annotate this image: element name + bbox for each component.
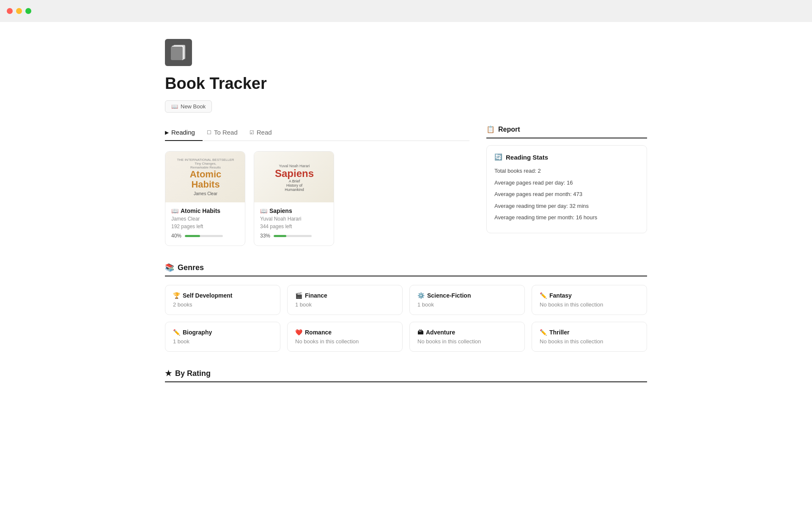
book-name-atomic-habits: 📖 Atomic Habits <box>171 207 239 214</box>
genre-card-sci-fi[interactable]: ⚙️ Science-Fiction 1 book <box>409 285 525 315</box>
titlebar <box>0 0 812 22</box>
fantasy-icon: ✏️ <box>540 292 547 299</box>
svg-rect-2 <box>171 47 183 60</box>
genre-name-fantasy: ✏️ Fantasy <box>540 292 639 299</box>
genre-name-finance: 🎬 Finance <box>295 292 395 299</box>
book-author-sapiens: Yuval Noah Harari <box>260 216 328 222</box>
progress-row-sapiens: 33% <box>260 233 328 239</box>
book-card-sapiens[interactable]: Yuval Noah Harari Sapiens A BriefHistory… <box>254 151 334 246</box>
maximize-button[interactable] <box>25 8 31 14</box>
genre-name-romance: ❤️ Romance <box>295 329 395 336</box>
report-icon: 📋 <box>486 125 495 133</box>
progress-bar-bg-atomic-habits <box>185 235 223 237</box>
rating-section: ★ By Rating <box>165 369 647 382</box>
stat-total-books: Total books read: 2 <box>494 167 639 175</box>
genre-count-sci-fi: 1 book <box>417 301 517 308</box>
book-info-atomic-habits: 📖 Atomic Habits James Clear 192 pages le… <box>165 207 245 239</box>
tab-reading-label: Reading <box>171 129 195 136</box>
book-pages-sapiens: 344 pages left <box>260 224 328 229</box>
stat-pages-per-month: Average pages read per month: 473 <box>494 190 639 199</box>
main-content: Book Tracker 📖 New Book ▶ Reading ☐ To R… <box>131 22 681 408</box>
book-cover-atomic-habits: THE INTERNATIONAL BESTSELLERTiny Changes… <box>165 152 245 202</box>
thriller-icon: ✏️ <box>540 329 547 336</box>
genre-card-romance[interactable]: ❤️ Romance No books in this collection <box>287 322 403 352</box>
genre-count-finance: 1 book <box>295 301 395 308</box>
rating-title: By Rating <box>175 369 211 378</box>
book-cards: THE INTERNATIONAL BESTSELLERTiny Changes… <box>165 151 469 246</box>
tab-read[interactable]: ☑ Read <box>250 125 280 141</box>
new-book-button[interactable]: 📖 New Book <box>165 100 212 113</box>
book-icon: 📖 <box>171 103 178 110</box>
genre-card-self-dev[interactable]: 🏆 Self Development 2 books <box>165 285 280 315</box>
genre-count-thriller: No books in this collection <box>540 338 639 345</box>
tab-to-read-label: To Read <box>214 129 238 136</box>
progress-pct-atomic-habits: 40% <box>171 233 181 239</box>
rating-header: ★ By Rating <box>165 369 647 382</box>
finance-icon: 🎬 <box>295 292 302 299</box>
genre-name-thriller: ✏️ Thriller <box>540 329 639 336</box>
reading-stats-card: 🔄 Reading Stats Total books read: 2 Aver… <box>486 145 647 233</box>
play-icon: ▶ <box>165 130 169 135</box>
top-section: ▶ Reading ☐ To Read ☑ Read <box>165 125 647 246</box>
close-button[interactable] <box>7 8 13 14</box>
tab-reading[interactable]: ▶ Reading <box>165 125 203 141</box>
genre-count-fantasy: No books in this collection <box>540 301 639 308</box>
genres-title: Genres <box>178 263 204 272</box>
genre-count-romance: No books in this collection <box>295 338 395 345</box>
genre-count-biography: 1 book <box>173 338 272 345</box>
book-icon-small-2: 📖 <box>260 207 267 214</box>
report-title: Report <box>498 126 520 133</box>
report-header: 📋 Report <box>486 125 647 138</box>
progress-bar-fill-sapiens <box>274 235 286 237</box>
genre-name-sci-fi: ⚙️ Science-Fiction <box>417 292 517 299</box>
progress-bar-bg-sapiens <box>274 235 312 237</box>
genres-icon: 📚 <box>165 263 174 272</box>
adventure-icon: 🏔 <box>417 329 423 336</box>
stat-time-per-month: Average reading time per month: 16 hours <box>494 213 639 222</box>
tab-to-read[interactable]: ☐ To Read <box>207 125 245 141</box>
book-name-sapiens: 📖 Sapiens <box>260 207 328 214</box>
book-info-sapiens: 📖 Sapiens Yuval Noah Harari 344 pages le… <box>254 207 334 239</box>
genre-name-adventure: 🏔 Adventure <box>417 329 517 336</box>
stats-title: 🔄 Reading Stats <box>494 153 639 161</box>
genre-name-self-dev: 🏆 Self Development <box>173 292 272 299</box>
checkbox-checked-icon: ☑ <box>250 130 254 135</box>
tabs: ▶ Reading ☐ To Read ☑ Read <box>165 125 469 141</box>
genre-card-biography[interactable]: ✏️ Biography 1 book <box>165 322 280 352</box>
book-author-atomic-habits: James Clear <box>171 216 239 222</box>
page-title: Book Tracker <box>165 75 647 93</box>
stat-time-per-day: Average reading time per day: 32 mins <box>494 202 639 210</box>
genre-count-self-dev: 2 books <box>173 301 272 308</box>
stats-icon: 🔄 <box>494 153 502 161</box>
genre-card-thriller[interactable]: ✏️ Thriller No books in this collection <box>532 322 647 352</box>
book-icon-small: 📖 <box>171 207 178 214</box>
romance-icon: ❤️ <box>295 329 302 336</box>
book-cover-sapiens: Yuval Noah Harari Sapiens A BriefHistory… <box>254 152 334 202</box>
book-card-atomic-habits[interactable]: THE INTERNATIONAL BESTSELLERTiny Changes… <box>165 151 245 246</box>
genre-count-adventure: No books in this collection <box>417 338 517 345</box>
star-icon: ★ <box>165 369 172 378</box>
tab-read-label: Read <box>257 129 272 136</box>
progress-bar-fill-atomic-habits <box>185 235 200 237</box>
genre-card-adventure[interactable]: 🏔 Adventure No books in this collection <box>409 322 525 352</box>
app-icon <box>165 39 192 66</box>
biography-icon: ✏️ <box>173 329 180 336</box>
reading-section: ▶ Reading ☐ To Read ☑ Read <box>165 125 469 246</box>
genre-card-fantasy[interactable]: ✏️ Fantasy No books in this collection <box>532 285 647 315</box>
stat-pages-per-day: Average pages read per day: 16 <box>494 179 639 187</box>
book-pages-atomic-habits: 192 pages left <box>171 224 239 229</box>
sci-fi-icon: ⚙️ <box>417 292 425 299</box>
report-panel: 📋 Report 🔄 Reading Stats Total books rea… <box>486 125 647 246</box>
progress-row-atomic-habits: 40% <box>171 233 239 239</box>
genre-name-biography: ✏️ Biography <box>173 329 272 336</box>
genres-grid: 🏆 Self Development 2 books 🎬 Finance 1 b… <box>165 285 647 352</box>
genres-section: 📚 Genres 🏆 Self Development 2 books 🎬 Fi… <box>165 263 647 352</box>
minimize-button[interactable] <box>16 8 22 14</box>
checkbox-empty-icon: ☐ <box>207 130 211 135</box>
self-dev-icon: 🏆 <box>173 292 180 299</box>
genres-header: 📚 Genres <box>165 263 647 276</box>
genre-card-finance[interactable]: 🎬 Finance 1 book <box>287 285 403 315</box>
progress-pct-sapiens: 33% <box>260 233 270 239</box>
new-book-label: New Book <box>181 103 206 110</box>
